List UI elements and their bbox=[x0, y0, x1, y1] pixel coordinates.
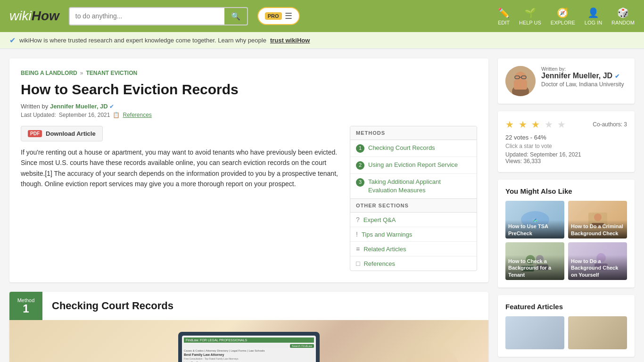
star-3[interactable]: ★ bbox=[531, 119, 541, 130]
background-card-label: How to Check a Background for a Tenant bbox=[505, 255, 564, 280]
logo-wiki: wiki bbox=[9, 8, 32, 24]
download-button[interactable]: PDF Download Article bbox=[21, 126, 103, 141]
help-icon: 🌱 bbox=[524, 7, 536, 18]
last-updated-date: September 16, 2021 bbox=[59, 112, 110, 118]
qa-icon: ? bbox=[356, 216, 360, 223]
trust-banner: ✔ wikiHow is where trusted research and … bbox=[0, 32, 644, 49]
coauthors: Co-authors: 3 bbox=[593, 121, 627, 128]
method-title-1: Checking Court Records bbox=[42, 294, 183, 318]
hamburger-icon: ☰ bbox=[285, 11, 292, 21]
method-link-2[interactable]: Using an Eviction Report Service bbox=[368, 161, 458, 169]
author-card: Written by: Jennifer Mueller, JD ✔ Docto… bbox=[498, 58, 635, 104]
other-link-qa[interactable]: Expert Q&A bbox=[363, 216, 396, 223]
breadcrumb: BEING A LANDLORD » TENANT EVICTION bbox=[21, 70, 477, 76]
author-verified-badge: ✔ bbox=[109, 103, 114, 110]
method-link-1[interactable]: Checking Court Records bbox=[368, 144, 435, 152]
article-title: How to Search Eviction Records bbox=[21, 81, 477, 98]
might-like-section: You Might Also Like 🗺️ How to Use TSA Pr… bbox=[498, 180, 635, 288]
login-icon: 👤 bbox=[587, 7, 599, 18]
other-item-related[interactable]: ≡ Related Articles bbox=[350, 242, 477, 256]
related-card-tsa[interactable]: 🗺️ How to Use TSA PreCheck bbox=[505, 201, 564, 239]
laptop-screen-content: FindLaw. FOR LEGAL PROFESSIONALS Search … bbox=[182, 336, 316, 362]
breadcrumb-eviction[interactable]: TENANT EVICTION bbox=[86, 70, 137, 76]
featured-articles-title: Featured Articles bbox=[505, 303, 627, 311]
article-card: BEING A LANDLORD » TENANT EVICTION How t… bbox=[9, 58, 488, 282]
author-avatar-svg bbox=[505, 66, 536, 96]
author-link[interactable]: Jennifer Mueller, JD bbox=[50, 103, 108, 110]
nav-explore[interactable]: 🧭 EXPLORE bbox=[551, 7, 575, 25]
votes-text: 22 votes - 64% bbox=[505, 134, 627, 141]
method-item-1[interactable]: 1 Checking Court Records bbox=[350, 140, 477, 157]
nav-random-label: RANDOM bbox=[611, 20, 635, 25]
related-card-background[interactable]: How to Check a Background for a Tenant bbox=[505, 242, 564, 280]
tsa-card-label: How to Use TSA PreCheck bbox=[505, 220, 564, 239]
related-card-yourself[interactable]: How to Do a Background Check on Yourself bbox=[568, 242, 627, 280]
references-icon: □ bbox=[356, 260, 360, 267]
nav-help-us[interactable]: 🌱 HELP US bbox=[519, 7, 541, 25]
nav-help-label: HELP US bbox=[519, 20, 541, 25]
search-button[interactable]: 🔍 bbox=[224, 8, 247, 25]
laptop-illustration: FindLaw. FOR LEGAL PROFESSIONALS Search … bbox=[178, 332, 320, 362]
author-avatar bbox=[505, 66, 536, 96]
sidebar-author-name: Jennifer Mueller, JD ✔ bbox=[541, 72, 624, 80]
sidebar-author-credential: Doctor of Law, Indiana University bbox=[541, 81, 624, 88]
article-body-text: If you're renting out a house or apartme… bbox=[21, 147, 340, 189]
nav-explore-label: EXPLORE bbox=[551, 20, 575, 25]
cards-grid: 🗺️ How to Use TSA PreCheck How to Do a C… bbox=[505, 201, 627, 280]
search-input[interactable] bbox=[70, 8, 224, 24]
rating-card: ★ ★ ★ ★ ★ Co-authors: 3 22 votes - 64% C… bbox=[498, 111, 635, 172]
search-form: 🔍 bbox=[69, 7, 248, 25]
method-item-2[interactable]: 2 Using an Eviction Report Service bbox=[350, 157, 477, 174]
written-by-label: Written by bbox=[21, 103, 48, 110]
star-4[interactable]: ★ bbox=[545, 119, 554, 130]
nav-login[interactable]: 👤 LOG IN bbox=[585, 7, 602, 25]
sidebar-verified-icon: ✔ bbox=[615, 73, 619, 80]
logo[interactable]: wikiHow bbox=[9, 8, 59, 24]
other-item-qa[interactable]: ? Expert Q&A bbox=[350, 213, 477, 227]
star-1[interactable]: ★ bbox=[505, 119, 515, 130]
pro-button[interactable]: PRO ☰ bbox=[257, 7, 300, 25]
other-item-tips[interactable]: ! Tips and Warnings bbox=[350, 227, 477, 242]
nav-edit-label: EDIT bbox=[498, 20, 510, 25]
verified-icon: ✔ bbox=[9, 36, 16, 45]
updated-text: Updated: September 16, 2021 bbox=[505, 151, 627, 158]
featured-thumb-2[interactable] bbox=[568, 316, 627, 349]
written-by-label-sidebar: Written by: bbox=[541, 66, 624, 72]
trust-link[interactable]: trust wikiHow bbox=[270, 37, 310, 44]
method-item-3[interactable]: 3 Taking Additional Applicant Evaluation… bbox=[350, 174, 477, 198]
author-line: Written by Jennifer Mueller, JD ✔ bbox=[21, 103, 477, 110]
might-like-title: You Might Also Like bbox=[505, 187, 627, 195]
method-image-1: FindLaw. FOR LEGAL PROFESSIONALS Search … bbox=[9, 320, 488, 362]
related-card-criminal[interactable]: How to Do a Criminal Background Check bbox=[568, 201, 627, 239]
star-5[interactable]: ★ bbox=[557, 119, 567, 130]
nav-random[interactable]: 🎲 RANDOM bbox=[611, 7, 635, 25]
trust-text: wikiHow is where trusted research and ex… bbox=[19, 37, 266, 44]
nav-edit[interactable]: ✏️ EDIT bbox=[498, 7, 510, 25]
methods-list: 1 Checking Court Records 2 Using an Evic… bbox=[350, 140, 477, 198]
other-link-related[interactable]: Related Articles bbox=[363, 246, 406, 253]
other-link-tips[interactable]: Tips and Warnings bbox=[362, 231, 412, 238]
views-text: Views: 36,333 bbox=[505, 158, 627, 165]
article-body: PDF Download Article If you're renting o… bbox=[21, 126, 477, 271]
date-line: Last Updated: September 16, 2021 📋 Refer… bbox=[21, 112, 477, 118]
header: wikiHow 🔍 PRO ☰ ✏️ EDIT 🌱 HELP US 🧭 EXPL… bbox=[0, 0, 644, 32]
method-link-3[interactable]: Taking Additional Applicant Evaluation M… bbox=[368, 178, 471, 195]
method-num-1: 1 bbox=[356, 144, 364, 153]
logo-how: How bbox=[32, 8, 59, 24]
yourself-card-label: How to Do a Background Check on Yourself bbox=[568, 255, 627, 280]
breadcrumb-landlord[interactable]: BEING A LANDLORD bbox=[21, 70, 77, 76]
references-link[interactable]: References bbox=[123, 112, 151, 118]
featured-thumb-1[interactable] bbox=[505, 316, 564, 349]
star-rating[interactable]: ★ ★ ★ ★ ★ bbox=[505, 119, 567, 130]
article-text: PDF Download Article If you're renting o… bbox=[21, 126, 340, 271]
other-list: ? Expert Q&A ! Tips and Warnings ≡ Relat… bbox=[350, 213, 477, 271]
other-link-references[interactable]: References bbox=[363, 260, 395, 267]
featured-grid bbox=[505, 316, 627, 349]
method-badge-num: 1 bbox=[17, 303, 35, 314]
star-2[interactable]: ★ bbox=[519, 119, 528, 130]
other-item-references[interactable]: □ References bbox=[350, 256, 477, 271]
explore-icon: 🧭 bbox=[557, 7, 569, 18]
method-badge-1: Method 1 bbox=[9, 292, 42, 320]
sidebar: Written by: Jennifer Mueller, JD ✔ Docto… bbox=[498, 58, 635, 362]
methods-header: METHODS bbox=[350, 126, 477, 140]
